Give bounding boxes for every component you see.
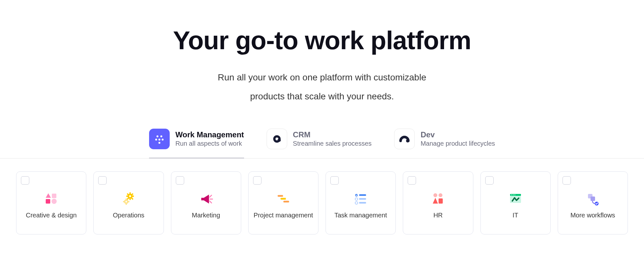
svg-point-5 (158, 142, 160, 144)
checkbox[interactable] (485, 176, 494, 185)
card-label: Task management (334, 211, 387, 219)
svg-marker-41 (433, 198, 438, 204)
people-icon (430, 191, 446, 207)
checklist-icon (353, 191, 369, 207)
workflow-cards: Creative & design (0, 159, 644, 234)
svg-point-4 (162, 139, 164, 141)
svg-rect-23 (126, 198, 127, 200)
tab-work-management[interactable]: Work Management Run all aspects of work (149, 125, 244, 158)
svg-point-1 (160, 135, 162, 137)
svg-point-3 (158, 139, 160, 141)
svg-point-7 (406, 139, 409, 142)
svg-rect-42 (439, 198, 443, 204)
svg-point-11 (52, 199, 57, 204)
svg-rect-38 (359, 202, 366, 204)
svg-rect-15 (126, 196, 128, 197)
card-task-management[interactable]: Task management (326, 171, 396, 234)
checkbox[interactable] (330, 176, 339, 185)
card-label: More workflows (570, 211, 615, 219)
tab-subtitle: Manage product lifecycles (421, 140, 495, 147)
workflow-icon (585, 191, 601, 207)
card-project-management[interactable]: Project management (248, 171, 318, 234)
svg-rect-25 (123, 201, 125, 202)
gears-icon (120, 191, 137, 207)
svg-point-44 (511, 195, 512, 196)
svg-rect-36 (359, 198, 366, 200)
checkbox[interactable] (253, 176, 261, 185)
work-management-icon (149, 129, 170, 149)
svg-point-0 (156, 135, 158, 137)
card-label: Operations (113, 211, 144, 219)
tab-crm[interactable]: CRM Streamline sales processes (267, 125, 372, 158)
svg-point-46 (514, 195, 515, 196)
card-label: Project management (254, 211, 313, 219)
tab-subtitle: Streamline sales processes (293, 140, 372, 147)
svg-rect-14 (129, 198, 131, 200)
svg-point-21 (129, 195, 131, 197)
svg-rect-16 (132, 196, 134, 197)
hero-title: Your go-to work platform (0, 26, 644, 55)
checkbox[interactable] (21, 176, 29, 185)
product-tabs: Work Management Run all aspects of work … (0, 125, 644, 159)
svg-rect-10 (46, 199, 50, 204)
svg-rect-24 (126, 203, 127, 205)
monitor-icon (507, 191, 524, 207)
megaphone-icon (198, 191, 214, 207)
tab-title: Dev (421, 130, 495, 139)
svg-point-27 (126, 201, 127, 203)
svg-point-45 (513, 195, 514, 196)
svg-rect-13 (129, 192, 131, 194)
tab-title: CRM (293, 130, 372, 139)
svg-rect-26 (128, 201, 129, 202)
card-it[interactable]: IT (480, 171, 551, 234)
tab-subtitle: Run all aspects of work (175, 140, 244, 147)
svg-point-6 (278, 139, 281, 142)
card-hr[interactable]: HR (403, 171, 473, 234)
svg-rect-30 (283, 201, 289, 203)
tab-title: Work Management (175, 130, 244, 139)
svg-point-40 (439, 193, 442, 197)
dev-icon (394, 129, 415, 149)
svg-point-32 (286, 198, 287, 200)
checkbox[interactable] (98, 176, 107, 185)
svg-rect-9 (52, 194, 56, 198)
checkbox[interactable] (563, 176, 571, 185)
checkbox[interactable] (176, 176, 184, 185)
svg-point-31 (283, 196, 284, 197)
svg-rect-28 (278, 195, 283, 197)
svg-marker-8 (46, 193, 51, 198)
svg-point-37 (355, 202, 358, 204)
gantt-icon (275, 191, 291, 207)
card-label: HR (433, 211, 443, 219)
card-operations[interactable]: Operations (93, 171, 164, 234)
checkbox[interactable] (408, 176, 416, 185)
svg-rect-49 (591, 196, 595, 201)
svg-rect-34 (359, 194, 366, 196)
svg-point-39 (433, 193, 437, 197)
shapes-icon (43, 191, 59, 207)
card-marketing[interactable]: Marketing (171, 171, 241, 234)
card-label: IT (513, 211, 518, 219)
tab-dev[interactable]: Dev Manage product lifecycles (394, 125, 495, 158)
card-creative-design[interactable]: Creative & design (16, 171, 86, 234)
card-label: Creative & design (26, 211, 77, 219)
card-label: Marketing (192, 211, 220, 219)
svg-point-2 (155, 139, 157, 141)
card-more-workflows[interactable]: More workflows (558, 171, 628, 234)
svg-point-35 (355, 198, 358, 200)
crm-icon (267, 129, 287, 149)
svg-rect-29 (280, 198, 286, 200)
hero-subtitle: Run all your work on one platform with c… (0, 68, 644, 106)
